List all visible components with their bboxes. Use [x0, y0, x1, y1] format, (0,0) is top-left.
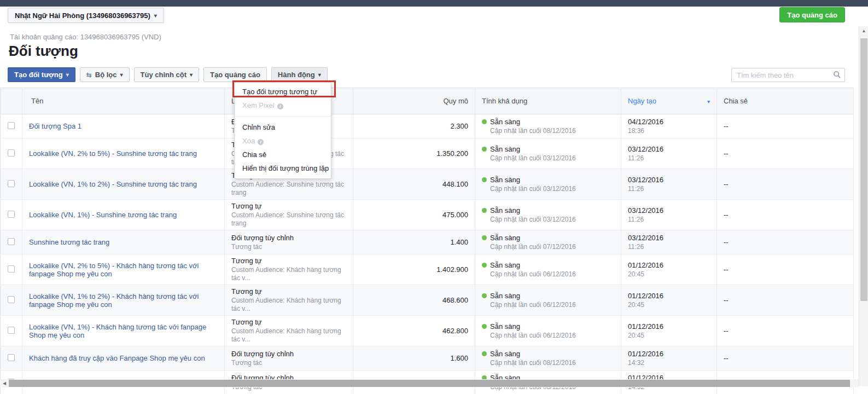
row-share-cell: --: [717, 285, 854, 316]
table-row: Lookalike (VN, 2% to 5%) - Khách hàng tư…: [1, 254, 854, 285]
audience-name-link[interactable]: Khách hàng đã truy cập vào Fanpage Shop …: [29, 354, 205, 362]
page-title: Đối tượng: [9, 43, 78, 60]
row-share-cell: --: [717, 254, 854, 285]
row-name-cell: Lookalike (VN, 1%) - Sunshine tương tác …: [22, 200, 225, 230]
row-share-cell: --: [717, 138, 854, 169]
row-date-cell: 03/12/2016 11:26: [621, 230, 717, 254]
status-dot-icon: [482, 147, 487, 152]
select-all-header-cell[interactable]: [1, 88, 22, 114]
scroll-up-icon[interactable]: ▲: [859, 26, 868, 36]
row-checkbox[interactable]: [8, 211, 15, 218]
table-row: Khách hàng đã truy cập vào Fanpage Shop …: [1, 346, 854, 370]
horizontal-scrollbar[interactable]: ◀: [0, 379, 859, 387]
account-selector[interactable]: Nhật Ngữ Hải Phòng (134968036963795) ▾: [8, 8, 164, 23]
status-label: Sẵn sàng: [490, 145, 520, 153]
header-share[interactable]: Chia sẻ: [717, 88, 854, 114]
audience-name-link[interactable]: Lookalike (VN, 1%) - Sunshine tương tác …: [29, 211, 177, 219]
row-checkbox-cell: [1, 230, 22, 254]
time-created: 20:45: [628, 332, 710, 340]
horizontal-scrollbar-thumb[interactable]: [9, 380, 850, 387]
menu-item-label: Hiển thị đối tượng trùng lặp: [242, 164, 329, 172]
create-ad-button-toolbar[interactable]: Tạo quảng cáo: [203, 67, 267, 82]
audience-type-detail: Tương tác: [231, 359, 346, 367]
audience-type-detail: Custom Audience: Khách hàng tương tác v.…: [231, 297, 346, 313]
chevron-down-icon: ▾: [66, 72, 69, 78]
scroll-left-icon[interactable]: ◀: [1, 379, 8, 387]
menu-item[interactable]: Chỉnh sửa: [235, 120, 331, 134]
vertical-scrollbar[interactable]: ▲: [859, 26, 868, 386]
filters-label: Bộ lọc: [95, 71, 117, 79]
search-input[interactable]: [731, 68, 845, 82]
audience-size: 1.350.200: [436, 149, 468, 158]
row-availability-cell: Sẵn sàng Cập nhật lần cuối 03/12/2016: [475, 200, 621, 230]
row-name-cell: Đối tượng Spa 1: [22, 114, 225, 138]
row-checkbox[interactable]: [8, 122, 15, 129]
menu-item-label: Xóa: [242, 137, 255, 145]
row-name-cell: Lookalike (VN, 2% to 5%) - Sunshine tươn…: [22, 138, 225, 169]
toolbar: Tạo đối tượng ▾ ⇆ Bộ lọc ▾ Tùy chỉnh cột…: [8, 67, 328, 82]
menu-item[interactable]: Tạo đối tượng tương tự: [235, 85, 331, 99]
date-created: 01/12/2016: [628, 322, 710, 331]
date-created: 03/12/2016: [628, 234, 710, 242]
row-date-cell: 01/12/2016 20:45: [621, 285, 717, 316]
menu-item[interactable]: Hiển thị đối tượng trùng lặp: [235, 161, 331, 175]
row-checkbox-cell: [1, 254, 22, 285]
row-share-cell: --: [717, 169, 854, 200]
row-size-cell: 475.000: [353, 200, 475, 230]
row-availability-cell: Sẵn sàng Cập nhật lần cuối 06/12/2016: [475, 285, 621, 316]
customize-columns-button[interactable]: Tùy chỉnh cột ▾: [134, 67, 200, 82]
row-availability-cell: Sẵn sàng Cập nhật lần cuối 07/12/2016: [475, 230, 621, 254]
header-size[interactable]: Quy mô: [353, 88, 475, 114]
audience-name-link[interactable]: Lookalike (VN, 2% to 5%) - Khách hàng tư…: [29, 262, 218, 278]
audience-size: 2.300: [450, 122, 468, 130]
row-checkbox-cell: [1, 169, 22, 200]
create-audience-button[interactable]: Tạo đối tượng ▾: [8, 67, 75, 82]
audience-name-link[interactable]: Lookalike (VN, 2% to 5%) - Sunshine tươn…: [29, 149, 197, 158]
row-checkbox[interactable]: [8, 149, 15, 157]
audience-size: 462.800: [442, 327, 468, 335]
row-checkbox-cell: [1, 316, 22, 346]
header-availability[interactable]: Tính khả dụng: [475, 88, 621, 114]
row-checkbox-cell: [1, 285, 22, 316]
audience-name-link[interactable]: Sunshine tương tác trang: [29, 238, 109, 246]
menu-item[interactable]: Chia sẻ: [235, 148, 331, 161]
vertical-scrollbar-thumb[interactable]: [860, 38, 867, 301]
row-name-cell: Lookalike (VN, 1%) - Khách hàng tương tá…: [22, 316, 225, 346]
share-value: --: [724, 327, 729, 335]
chevron-down-icon: ▾: [190, 72, 193, 78]
audience-name-link[interactable]: Lookalike (VN, 1% to 2%) - Sunshine tươn…: [29, 180, 197, 188]
audience-name-link[interactable]: Lookalike (VN, 1%) - Khách hàng tương tá…: [29, 323, 218, 339]
audience-size: 1.600: [450, 354, 468, 362]
status-label: Sẵn sàng: [490, 261, 520, 269]
create-ad-label: Tạo quảng cáo: [210, 71, 260, 79]
table-row: Đối tượng Spa 1 Đối tượng tùy chỉnh Tươn…: [1, 114, 854, 138]
create-ad-button-top[interactable]: Tạo quảng cáo: [779, 7, 845, 22]
row-checkbox[interactable]: [8, 296, 15, 303]
header-date-created[interactable]: Ngày tạo ▾: [621, 88, 717, 114]
table-row: Lookalike (VN, 2% to 5%) - Sunshine tươn…: [1, 138, 854, 169]
account-info-line: Tài khoản quảng cáo: 134968036963795 (VN…: [10, 33, 161, 41]
status-updated: Cập nhật lần cuối 07/12/2016: [490, 243, 614, 251]
audience-type-detail: Custom Audience: Khách hàng tương tác v.…: [231, 327, 346, 344]
row-checkbox[interactable]: [8, 265, 15, 273]
audience-type-detail: Custom Audience: Sunshine tương tác tran…: [231, 211, 346, 228]
header-name[interactable]: Tên: [22, 88, 225, 114]
row-checkbox[interactable]: [8, 238, 15, 245]
time-created: 20:45: [628, 301, 710, 309]
audience-name-link[interactable]: Đối tượng Spa 1: [29, 122, 81, 130]
row-share-cell: --: [717, 346, 854, 370]
time-created: 18:36: [628, 127, 710, 135]
filters-button[interactable]: ⇆ Bộ lọc ▾: [80, 67, 130, 82]
row-checkbox[interactable]: [8, 180, 15, 187]
row-availability-cell: Sẵn sàng Cập nhật lần cuối 03/12/2016: [475, 138, 621, 169]
audience-type-detail: Tương tác: [231, 243, 346, 251]
status-label: Sẵn sàng: [490, 292, 520, 300]
row-checkbox[interactable]: [8, 327, 15, 334]
row-name-cell: Khách hàng đã truy cập vào Fanpage Shop …: [22, 346, 225, 370]
audience-name-link[interactable]: Lookalike (VN, 1% to 2%) - Khách hàng tư…: [29, 292, 218, 309]
row-size-cell: 1.402.900: [353, 254, 475, 285]
row-checkbox[interactable]: [8, 354, 15, 361]
row-type-cell: Tương tự Custom Audience: Khách hàng tươ…: [225, 285, 353, 316]
actions-button[interactable]: Hành động ▾: [271, 67, 328, 82]
row-checkbox-cell: [1, 138, 22, 169]
